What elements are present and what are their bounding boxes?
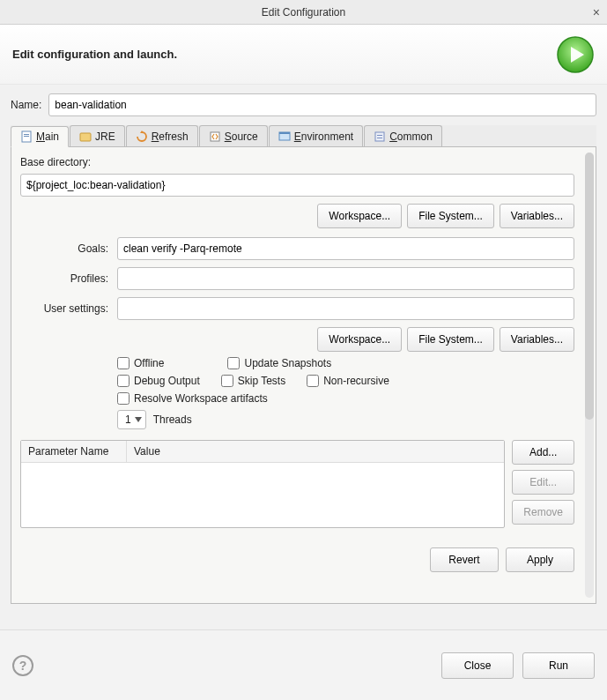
variables-button-2[interactable]: Variables... <box>500 327 574 352</box>
header: Edit configuration and launch. <box>0 25 607 85</box>
environment-icon <box>278 130 291 143</box>
name-row: Name: <box>11 93 596 116</box>
tab-strip: Main JRE Refresh Source Environment Comm… <box>11 125 596 147</box>
revert-button[interactable]: Revert <box>430 547 499 572</box>
base-dir-label: Base directory: <box>20 156 587 168</box>
main-area: Name: Main JRE Refresh Source Environmen… <box>0 85 607 629</box>
filesystem-button-2[interactable]: File System... <box>407 327 494 352</box>
col-value: Value <box>127 441 504 462</box>
tab-jre-label: JRE <box>95 130 115 143</box>
goals-input[interactable] <box>117 237 574 260</box>
offline-checkbox[interactable]: Offline <box>117 357 164 369</box>
svg-rect-4 <box>80 133 91 141</box>
help-icon[interactable]: ? <box>12 655 33 676</box>
run-icon <box>556 35 595 74</box>
parameters-section: Parameter Name Value Add... Edit... Remo… <box>20 440 574 528</box>
title-bar: Edit Configuration × <box>0 0 607 25</box>
base-dir-buttons: Workspace... File System... Variables... <box>20 204 574 228</box>
apply-button[interactable]: Apply <box>506 547 574 572</box>
svg-rect-7 <box>279 132 290 134</box>
svg-rect-8 <box>375 132 384 141</box>
debug-output-checkbox[interactable]: Debug Output <box>117 375 200 387</box>
skip-tests-checkbox[interactable]: Skip Tests <box>221 375 285 387</box>
tab-refresh[interactable]: Refresh <box>126 125 198 146</box>
run-button[interactable]: Run <box>522 652 595 679</box>
scrollbar[interactable] <box>585 153 594 598</box>
user-settings-label: User settings: <box>20 302 108 315</box>
dialog-title: Edit Configuration <box>262 6 345 19</box>
svg-rect-2 <box>24 134 29 135</box>
scrollbar-thumb[interactable] <box>585 153 594 420</box>
threads-spinner[interactable]: 1 <box>117 410 146 429</box>
name-label: Name: <box>11 99 41 111</box>
form-grid: Goals: Profiles: User settings: <box>20 237 574 320</box>
workspace-button-2[interactable]: Workspace... <box>317 327 402 352</box>
parameter-buttons: Add... Edit... Remove <box>512 440 574 528</box>
non-recursive-checkbox[interactable]: Non-recursive <box>307 375 389 387</box>
footer-buttons: Close Run <box>441 652 595 679</box>
variables-button[interactable]: Variables... <box>500 204 574 228</box>
tab-environment[interactable]: Environment <box>269 125 363 146</box>
svg-rect-10 <box>377 138 382 138</box>
remove-button[interactable]: Remove <box>512 500 574 525</box>
close-button[interactable]: Close <box>441 652 514 679</box>
refresh-icon <box>136 130 148 143</box>
chevron-down-icon <box>135 417 142 422</box>
base-dir-input[interactable] <box>20 174 574 197</box>
checkboxes: Offline Update Snapshots Debug Output Sk… <box>117 357 587 405</box>
resolve-workspace-checkbox[interactable]: Resolve Workspace artifacts <box>117 392 268 405</box>
filesystem-button[interactable]: File System... <box>407 204 494 228</box>
source-icon <box>209 130 221 143</box>
document-icon <box>20 130 33 143</box>
profiles-input[interactable] <box>117 267 574 290</box>
jre-icon <box>79 130 92 143</box>
workspace-button[interactable]: Workspace... <box>317 204 402 228</box>
goals-label: Goals: <box>20 242 108 255</box>
tab-common[interactable]: Common <box>364 125 442 146</box>
parameters-table[interactable]: Parameter Name Value <box>20 440 505 528</box>
tab-jre[interactable]: JRE <box>70 125 125 146</box>
common-icon <box>374 130 386 143</box>
name-input[interactable] <box>48 93 596 116</box>
edit-button[interactable]: Edit... <box>512 470 574 495</box>
threads-row: 1 Threads <box>117 410 587 429</box>
profiles-label: Profiles: <box>20 272 108 285</box>
threads-value: 1 <box>125 413 131 426</box>
col-parameter-name: Parameter Name <box>21 441 127 462</box>
tab-source[interactable]: Source <box>199 125 268 146</box>
svg-rect-9 <box>377 135 382 136</box>
close-icon[interactable]: × <box>593 5 600 19</box>
header-title: Edit configuration and launch. <box>12 48 177 61</box>
user-settings-input[interactable] <box>117 297 574 320</box>
tab-main[interactable]: Main <box>11 126 69 147</box>
main-panel: Base directory: Workspace... File System… <box>11 147 596 604</box>
update-snapshots-checkbox[interactable]: Update Snapshots <box>227 357 331 369</box>
threads-label: Threads <box>153 413 192 426</box>
add-button[interactable]: Add... <box>512 440 574 465</box>
footer: ? Close Run <box>0 629 607 700</box>
svg-rect-3 <box>24 136 29 137</box>
panel-actions: Revert Apply <box>20 547 574 572</box>
user-settings-buttons: Workspace... File System... Variables... <box>20 327 574 352</box>
